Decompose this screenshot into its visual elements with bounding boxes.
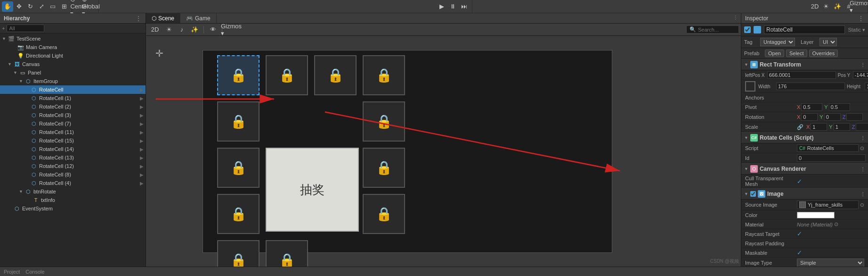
cell-0-2[interactable]: 🔒	[314, 55, 357, 95]
image-menu[interactable]: ⋮	[860, 192, 865, 197]
rotatecell7-more[interactable]: ▶	[140, 121, 146, 126]
rect-menu[interactable]: ⋮	[860, 62, 865, 67]
id-input[interactable]	[797, 154, 866, 162]
tree-item-rotatecell15[interactable]: ⬡ RotateCell (15) ▶	[0, 136, 146, 145]
pos-y-input[interactable]	[853, 71, 868, 79]
component-canvas-renderer[interactable]: ▼ ⬡ Canvas Renderer ⋮	[741, 163, 868, 175]
global-btn[interactable]: ⊕ Global ▾	[85, 1, 97, 12]
script-menu[interactable]: ⋮	[860, 135, 865, 141]
tree-item-rotatecell8[interactable]: ⬡ RotateCell (8) ▶	[0, 170, 146, 179]
rot-y-input[interactable]	[824, 113, 841, 121]
rotatecell8-more[interactable]: ▶	[140, 172, 146, 177]
prefab-overrides-btn[interactable]: Overrides	[809, 50, 838, 57]
tree-item-rotatecell7[interactable]: ⬡ RotateCell (7) ▶	[0, 119, 146, 128]
tree-item-rotatecell3[interactable]: ⬡ RotateCell (3) ▶	[0, 111, 146, 119]
2d-btn[interactable]: 2D	[809, 1, 820, 12]
tree-item-rotatecell4[interactable]: ⬡ RotateCell (4) ▶	[0, 179, 146, 187]
hierarchy-menu[interactable]: ⋮	[135, 15, 142, 22]
cell-3-1[interactable]: 🔒	[363, 194, 405, 234]
component-image[interactable]: ▼ 🖼 Image ⋮	[741, 188, 868, 200]
scale-y-input[interactable]	[834, 123, 850, 131]
color-swatch[interactable]	[797, 212, 835, 218]
source-image-pick[interactable]: ⊙	[860, 202, 864, 208]
maskable-checkbox[interactable]: ✓	[797, 249, 802, 256]
tree-item-canvas[interactable]: ▼ 🖼 Canvas	[0, 60, 146, 68]
tree-item-rotatecell12[interactable]: ⬡ RotateCell (12) ▶	[0, 162, 146, 170]
play-btn[interactable]: ▶	[436, 1, 447, 12]
tree-item-txtinfo[interactable]: T txtInfo	[0, 196, 146, 204]
lighting-btn[interactable]: ☀	[820, 1, 832, 12]
scene-menu[interactable]: ⋮	[730, 13, 741, 23]
tree-item-rotatecell14[interactable]: ⬡ RotateCell (14) ▶	[0, 145, 146, 153]
scale-tool[interactable]: ⤢	[36, 1, 47, 12]
hand-tool[interactable]: ✋	[2, 1, 13, 12]
material-pick[interactable]: ⊙	[834, 221, 838, 227]
tree-item-eventsystem[interactable]: ⬡ EventSystem	[0, 204, 146, 213]
pos-x-input[interactable]	[767, 71, 836, 79]
gizmos-btn[interactable]: Gizmos ▾	[854, 1, 866, 12]
height-input[interactable]	[865, 83, 868, 90]
rect-tool[interactable]: ▭	[47, 1, 58, 12]
scene-audio-btn[interactable]: ♪	[176, 25, 187, 35]
scene-view[interactable]: ✛ 🔒 🔒 🔒	[146, 36, 741, 267]
project-tab[interactable]: Project	[4, 269, 20, 275]
object-active-checkbox[interactable]	[744, 26, 751, 33]
pivot-x-input[interactable]	[801, 103, 822, 111]
component-rotate-cells[interactable]: ▼ C# Rotate Cells (Script) ⋮	[741, 132, 868, 143]
scene-2d-btn[interactable]: 2D	[148, 25, 162, 35]
cell-1-3[interactable]: 🔒	[363, 101, 405, 142]
scene-search-input[interactable]	[698, 27, 736, 33]
raycast-checkbox[interactable]: ✓	[797, 230, 802, 237]
cull-checkbox[interactable]: ✓	[797, 178, 802, 185]
rotatecell13-more[interactable]: ▶	[140, 155, 146, 160]
prefab-select-btn[interactable]: Select	[786, 50, 807, 57]
tree-item-rotatecell11[interactable]: ⬡ RotateCell (11) ▶	[0, 128, 146, 136]
scene-light-btn[interactable]: ☀	[163, 25, 175, 35]
cell-2-0[interactable]: 🔒	[217, 148, 260, 188]
cell-3-0[interactable]: 🔒	[217, 194, 260, 234]
tree-item-directionallight[interactable]: 💡 Directional Light	[0, 51, 146, 60]
tag-select[interactable]: Untagged	[760, 38, 795, 46]
object-name-input[interactable]	[764, 25, 845, 34]
rotatecell1-more[interactable]: ▶	[140, 96, 146, 101]
tree-item-rotatecell13[interactable]: ⬡ RotateCell (13) ▶	[0, 153, 146, 162]
scale-x-input[interactable]	[811, 123, 827, 131]
cell-0-0[interactable]: 🔒	[217, 55, 260, 95]
scene-hide-btn[interactable]: 👁	[207, 25, 219, 35]
cell-0-1[interactable]: 🔒	[266, 55, 308, 95]
rotatecell2-more[interactable]: ▶	[140, 104, 146, 109]
tree-item-rotatecell[interactable]: ⬡ RotateCell ▶	[0, 85, 146, 94]
rot-z-input[interactable]	[846, 113, 863, 121]
cell-3-3[interactable]: 🔒	[266, 240, 308, 267]
tab-game[interactable]: 🎮 Game	[180, 13, 217, 23]
renderer-menu[interactable]: ⋮	[860, 167, 865, 172]
rotate-tool[interactable]: ↻	[24, 1, 36, 12]
pivot-y-input[interactable]	[829, 103, 850, 111]
cell-0-3[interactable]: 🔒	[363, 55, 405, 95]
rotatecell-more[interactable]: ▶	[140, 87, 146, 92]
scene-fx-btn[interactable]: ✨	[189, 25, 200, 35]
tree-item-testscene[interactable]: ▼ 🎬 TestScene	[0, 34, 146, 43]
cell-1-0[interactable]: 🔒	[217, 101, 260, 142]
image-type-select[interactable]: Simple	[797, 259, 864, 267]
component-rect-transform[interactable]: ▼ ⊞ Rect Transform ⋮	[741, 59, 868, 70]
tree-item-rotatecell2[interactable]: ⬡ RotateCell (2) ▶	[0, 102, 146, 111]
tab-scene[interactable]: ⬡ Scene	[146, 13, 180, 23]
gizmos-dropdown[interactable]: Gizmos ▾	[226, 25, 237, 35]
tree-item-rotatecell1[interactable]: ⬡ RotateCell (1) ▶	[0, 94, 146, 102]
hierarchy-search[interactable]	[7, 25, 44, 32]
tree-item-itemgroup[interactable]: ▼ ⬡ ItemGroup	[0, 77, 146, 85]
rotatecell11-more[interactable]: ▶	[140, 130, 146, 135]
layer-select[interactable]: UI	[819, 38, 837, 46]
cell-2-3[interactable]: 🔒	[363, 148, 405, 188]
rotatecell12-more[interactable]: ▶	[140, 164, 146, 169]
width-input[interactable]	[776, 83, 845, 90]
rotatecell4-more[interactable]: ▶	[140, 181, 146, 186]
fx-btn[interactable]: ✨	[832, 1, 843, 12]
tree-item-btnrotate[interactable]: ▼ ⬡ btnRotate	[0, 187, 146, 196]
inspector-menu[interactable]: ⋮	[858, 15, 864, 22]
scale-z-input[interactable]	[856, 123, 868, 131]
tree-item-maincamera[interactable]: 📷 Main Camera	[0, 43, 146, 51]
move-tool[interactable]: ✥	[13, 1, 24, 12]
tree-item-panel[interactable]: ▼ ▭ Panel	[0, 68, 146, 77]
